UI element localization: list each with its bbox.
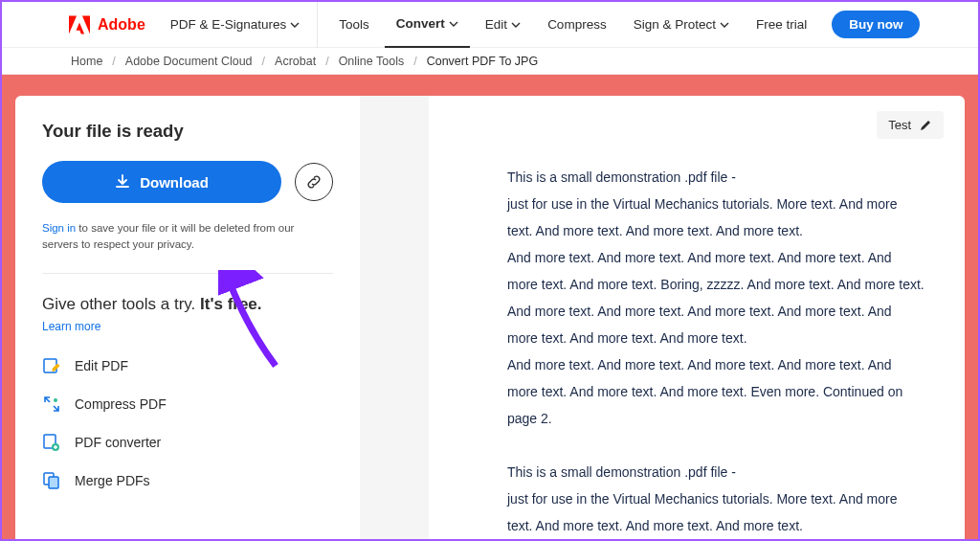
nav-tools[interactable]: Tools bbox=[327, 2, 381, 48]
pdf-converter-icon bbox=[42, 433, 61, 452]
result-panel: Your file is ready Download Sign in to s… bbox=[15, 96, 360, 539]
nav-compress[interactable]: Compress bbox=[536, 2, 618, 48]
filename-chip[interactable]: Test bbox=[877, 111, 944, 139]
breadcrumb-cloud[interactable]: Adobe Document Cloud bbox=[125, 55, 253, 68]
tool-edit-pdf[interactable]: Edit PDF bbox=[42, 356, 333, 375]
panel-title: Your file is ready bbox=[42, 121, 333, 142]
nav-free-trial[interactable]: Free trial bbox=[745, 2, 818, 48]
compress-pdf-icon bbox=[42, 394, 61, 414]
tool-compress-pdf[interactable]: Compress PDF bbox=[42, 394, 333, 414]
promo-text: Give other tools a try. It's free. bbox=[42, 295, 333, 314]
chevron-down-icon bbox=[449, 19, 458, 29]
breadcrumb-acrobat[interactable]: Acrobat bbox=[275, 55, 316, 68]
breadcrumb: Home/ Adobe Document Cloud/ Acrobat/ Onl… bbox=[2, 48, 978, 75]
breadcrumb-home[interactable]: Home bbox=[71, 55, 102, 68]
nav-sign-protect[interactable]: Sign & Protect bbox=[622, 2, 741, 48]
copy-link-button[interactable] bbox=[295, 163, 333, 201]
chevron-down-icon bbox=[720, 20, 729, 30]
merge-pdfs-icon bbox=[42, 471, 61, 490]
nav-pdf-esignatures[interactable]: PDF & E-Signatures bbox=[159, 2, 319, 48]
edit-pdf-icon bbox=[42, 356, 61, 375]
breadcrumb-online[interactable]: Online Tools bbox=[339, 55, 405, 68]
document-preview: This is a small demonstration .pdf file … bbox=[450, 164, 944, 539]
svg-rect-5 bbox=[49, 477, 58, 488]
stage: Your file is ready Download Sign in to s… bbox=[2, 75, 978, 539]
tool-list: Edit PDF Compress PDF PDF converter Merg… bbox=[42, 356, 333, 490]
brand-label: Adobe bbox=[98, 16, 145, 34]
top-nav: Adobe PDF & E-Signatures Tools Convert E… bbox=[2, 2, 978, 48]
download-button[interactable]: Download bbox=[42, 161, 281, 203]
svg-point-1 bbox=[54, 398, 57, 402]
nav-edit[interactable]: Edit bbox=[474, 2, 532, 48]
chevron-down-icon bbox=[290, 20, 300, 30]
tool-pdf-converter[interactable]: PDF converter bbox=[42, 433, 333, 452]
tool-merge-pdfs[interactable]: Merge PDFs bbox=[42, 471, 333, 490]
link-icon bbox=[305, 173, 323, 191]
chevron-down-icon bbox=[511, 20, 521, 30]
nav-convert[interactable]: Convert bbox=[385, 2, 470, 48]
signin-link[interactable]: Sign in bbox=[42, 222, 76, 234]
buy-now-button[interactable]: Buy now bbox=[832, 11, 920, 38]
signin-note: Sign in to save your file or it will be … bbox=[42, 220, 333, 254]
pencil-icon bbox=[919, 119, 932, 132]
adobe-logo[interactable]: Adobe bbox=[69, 15, 145, 34]
download-icon bbox=[115, 174, 130, 190]
breadcrumb-current: Convert PDF To JPG bbox=[427, 55, 538, 68]
panel-gutter bbox=[360, 96, 429, 539]
download-row: Download bbox=[42, 161, 333, 203]
preview-panel: Test This is a small demonstration .pdf … bbox=[429, 96, 965, 539]
divider bbox=[42, 273, 333, 274]
learn-more-link[interactable]: Learn more bbox=[42, 320, 333, 333]
adobe-logo-icon bbox=[69, 15, 90, 34]
